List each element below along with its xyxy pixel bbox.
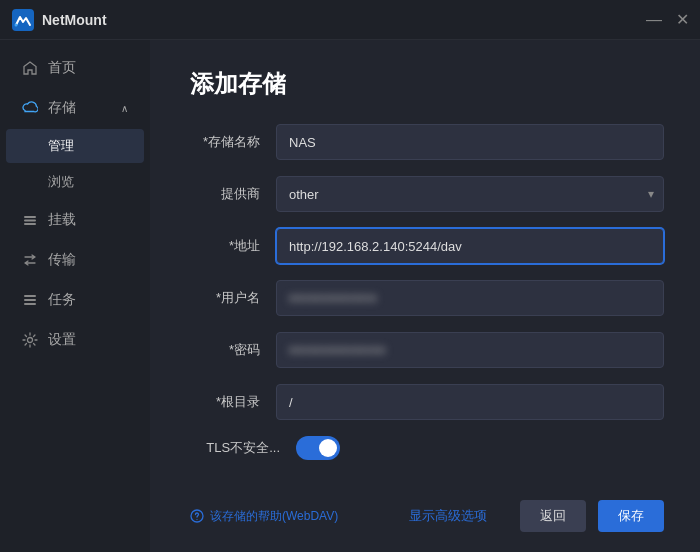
cloud-icon: [22, 100, 38, 116]
close-button[interactable]: ✕: [676, 14, 688, 26]
root-input[interactable]: [276, 384, 664, 420]
sidebar: 首页 存储 ∧ 管理 浏览 挂载: [0, 40, 150, 552]
sidebar-item-browse[interactable]: 浏览: [6, 165, 144, 199]
titlebar: NetMount — ✕: [0, 0, 700, 40]
username-label: *用户名: [190, 289, 260, 307]
advanced-button[interactable]: 显示高级选项: [388, 500, 508, 532]
tls-toggle[interactable]: [296, 436, 340, 460]
main-layout: 首页 存储 ∧ 管理 浏览 挂载: [0, 40, 700, 552]
root-label: *根目录: [190, 393, 260, 411]
tls-label: TLS不安全...: [190, 439, 280, 457]
sidebar-item-home[interactable]: 首页: [6, 49, 144, 87]
sidebar-transfer-label: 传输: [48, 251, 76, 269]
provider-label: 提供商: [190, 185, 260, 203]
form-footer: 该存储的帮助(WebDAV) 显示高级选项 返回 保存: [190, 484, 664, 532]
page-title: 添加存储: [190, 68, 664, 100]
form-row-address: *地址: [190, 228, 664, 264]
name-input[interactable]: [276, 124, 664, 160]
form-row-provider: 提供商 other ▾: [190, 176, 664, 212]
app-logo-icon: [12, 9, 34, 31]
form-row-root: *根目录: [190, 384, 664, 420]
svg-rect-4: [24, 223, 36, 225]
sidebar-settings-label: 设置: [48, 331, 76, 349]
svg-rect-0: [12, 9, 34, 31]
svg-point-8: [28, 338, 33, 343]
username-field[interactable]: ●●●●●●●●●●: [276, 280, 664, 316]
svg-rect-7: [24, 303, 36, 305]
storage-chevron: ∧: [121, 103, 128, 114]
app-title: NetMount: [42, 12, 107, 28]
save-button[interactable]: 保存: [598, 500, 664, 532]
sidebar-item-manage[interactable]: 管理: [6, 129, 144, 163]
home-icon: [22, 60, 38, 76]
sidebar-manage-label: 管理: [48, 138, 74, 153]
svg-point-1: [15, 23, 18, 26]
svg-rect-2: [24, 216, 36, 218]
sidebar-item-storage[interactable]: 存储 ∧: [6, 89, 144, 127]
sidebar-item-mount[interactable]: 挂载: [6, 201, 144, 239]
sidebar-item-task[interactable]: 任务: [6, 281, 144, 319]
back-button[interactable]: 返回: [520, 500, 586, 532]
sidebar-task-label: 任务: [48, 291, 76, 309]
sidebar-storage-label: 存储: [48, 99, 76, 117]
provider-select-wrapper: other ▾: [276, 176, 664, 212]
sidebar-browse-label: 浏览: [48, 174, 74, 189]
form-row-password: *密码 ●●●●●●●●●●●: [190, 332, 664, 368]
name-label: *存储名称: [190, 133, 260, 151]
mount-icon: [22, 212, 38, 228]
transfer-icon: [22, 252, 38, 268]
svg-rect-5: [24, 295, 36, 297]
provider-select[interactable]: other: [276, 176, 664, 212]
sidebar-mount-label: 挂载: [48, 211, 76, 229]
svg-rect-6: [24, 299, 36, 301]
app-logo: NetMount: [12, 9, 107, 31]
sidebar-item-transfer[interactable]: 传输: [6, 241, 144, 279]
password-label: *密码: [190, 341, 260, 359]
toggle-knob: [319, 439, 337, 457]
address-input[interactable]: [276, 228, 664, 264]
help-icon: [190, 509, 204, 523]
help-link[interactable]: 该存储的帮助(WebDAV): [190, 508, 376, 525]
sidebar-home-label: 首页: [48, 59, 76, 77]
content-area: 添加存储 *存储名称 提供商 other ▾ *地址 *用户名 ●●●●●●: [150, 40, 700, 552]
username-blurred: ●●●●●●●●●●: [289, 281, 378, 315]
password-field[interactable]: ●●●●●●●●●●●: [276, 332, 664, 368]
sidebar-item-settings[interactable]: 设置: [6, 321, 144, 359]
settings-icon: [22, 332, 38, 348]
window-controls: — ✕: [648, 14, 688, 26]
address-label: *地址: [190, 237, 260, 255]
task-icon: [22, 292, 38, 308]
tls-toggle-wrapper: [296, 436, 340, 460]
form-row-tls: TLS不安全...: [190, 436, 664, 460]
svg-rect-3: [24, 220, 36, 222]
help-text: 该存储的帮助(WebDAV): [210, 508, 338, 525]
form-row-name: *存储名称: [190, 124, 664, 160]
minimize-button[interactable]: —: [648, 14, 660, 26]
svg-point-10: [196, 519, 197, 520]
password-blurred: ●●●●●●●●●●●: [289, 333, 386, 367]
form-row-username: *用户名 ●●●●●●●●●●: [190, 280, 664, 316]
